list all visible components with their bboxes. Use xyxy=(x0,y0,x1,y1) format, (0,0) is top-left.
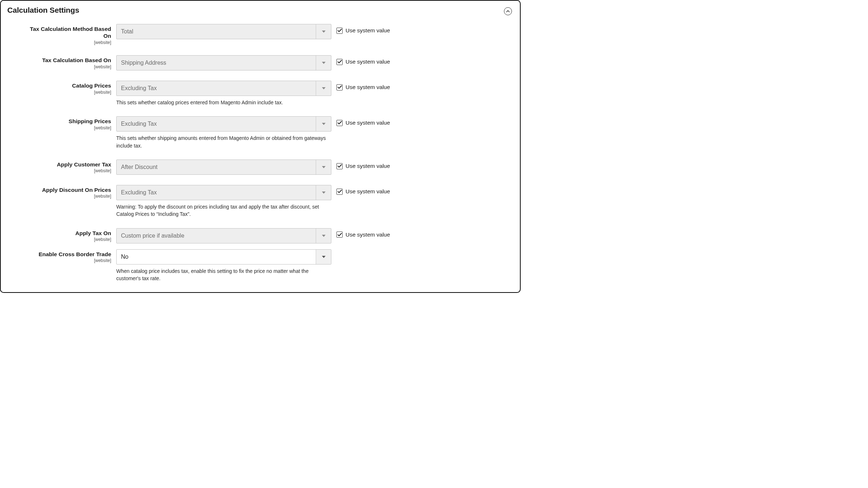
select-value: Excluding Tax xyxy=(117,185,316,200)
select-value: Custom price if available xyxy=(117,229,316,243)
row-tax-calc-based-on: Tax Calculation Based On website Shippin… xyxy=(22,55,513,70)
sysval-shipping-prices: Use system value xyxy=(336,116,390,126)
sysval-catalog-prices: Use system value xyxy=(336,81,390,90)
check-icon xyxy=(338,85,342,89)
caret-down-icon xyxy=(316,81,331,96)
select-tax-calc-based-on[interactable]: Shipping Address xyxy=(116,55,331,70)
select-tax-calc-method[interactable]: Total xyxy=(116,24,331,39)
label-apply-discount-on-prices: Apply Discount On Prices website xyxy=(22,185,111,199)
select-value: After Discount xyxy=(117,160,316,174)
row-apply-tax-on: Apply Tax On website Custom price if ava… xyxy=(22,228,513,243)
select-shipping-prices[interactable]: Excluding Tax xyxy=(116,116,331,132)
caret-down-icon xyxy=(316,160,331,174)
caret-down-icon xyxy=(316,24,331,39)
sysval-apply-customer-tax: Use system value xyxy=(336,160,390,169)
row-enable-cross-border-trade: Enable Cross Border Trade website No Whe… xyxy=(22,249,513,282)
use-system-value-checkbox[interactable] xyxy=(336,120,343,126)
label-scope: website xyxy=(22,125,111,130)
caret-down-icon xyxy=(316,250,331,264)
field-tax-calc-method: Total xyxy=(116,24,331,39)
caret-down-icon xyxy=(316,56,331,70)
select-apply-tax-on[interactable]: Custom price if available xyxy=(116,228,331,243)
use-system-value-label: Use system value xyxy=(346,120,390,126)
check-icon xyxy=(338,60,342,64)
select-enable-cross-border-trade[interactable]: No xyxy=(116,249,331,265)
field-catalog-prices: Excluding Tax This sets whether catalog … xyxy=(116,81,331,106)
label-tax-calc-based-on: Tax Calculation Based On website xyxy=(22,55,111,69)
select-apply-customer-tax[interactable]: After Discount xyxy=(116,160,331,175)
label-text: Enable Cross Border Trade xyxy=(22,251,111,258)
use-system-value-checkbox[interactable] xyxy=(336,189,343,195)
select-catalog-prices[interactable]: Excluding Tax xyxy=(116,81,331,96)
label-text: Tax Calculation Based On xyxy=(22,57,111,64)
caret-down-icon xyxy=(316,117,331,131)
label-scope: website xyxy=(22,258,111,263)
use-system-value-checkbox[interactable] xyxy=(336,163,343,169)
sysval-tax-calc-based-on: Use system value xyxy=(336,55,390,65)
field-shipping-prices: Excluding Tax This sets whether shipping… xyxy=(116,116,331,149)
form-rows: Tax Calculation Method Based On website … xyxy=(7,24,513,282)
use-system-value-label: Use system value xyxy=(346,59,390,65)
label-scope: website xyxy=(22,90,111,95)
label-catalog-prices: Catalog Prices website xyxy=(22,81,111,95)
use-system-value-label: Use system value xyxy=(346,188,390,195)
row-apply-customer-tax: Apply Customer Tax website After Discoun… xyxy=(22,160,513,175)
label-text: Apply Customer Tax xyxy=(22,161,111,168)
check-icon xyxy=(338,29,342,32)
use-system-value-label: Use system value xyxy=(346,27,390,34)
row-apply-discount-on-prices: Apply Discount On Prices website Excludi… xyxy=(22,185,513,218)
label-enable-cross-border-trade: Enable Cross Border Trade website xyxy=(22,249,111,263)
help-shipping-prices: This sets whether shipping amounts enter… xyxy=(116,134,331,149)
field-tax-calc-based-on: Shipping Address xyxy=(116,55,331,70)
check-icon xyxy=(338,121,342,125)
field-apply-customer-tax: After Discount xyxy=(116,160,331,175)
sysval-tax-calc-method: Use system value xyxy=(336,24,390,34)
label-shipping-prices: Shipping Prices website xyxy=(22,116,111,130)
calculation-settings-panel: Calculation Settings Tax Calculation Met… xyxy=(0,0,521,293)
select-value: No xyxy=(117,250,316,264)
check-icon xyxy=(338,233,342,237)
sysval-apply-discount-on-prices: Use system value xyxy=(336,185,390,195)
label-scope: website xyxy=(22,64,111,69)
label-scope: website xyxy=(22,194,111,199)
select-value: Shipping Address xyxy=(117,56,316,70)
sysval-apply-tax-on: Use system value xyxy=(336,228,390,238)
help-apply-discount-on-prices: Warning: To apply the discount on prices… xyxy=(116,203,331,218)
caret-down-icon xyxy=(316,229,331,243)
row-catalog-prices: Catalog Prices website Excluding Tax Thi… xyxy=(22,81,513,106)
label-apply-tax-on: Apply Tax On website xyxy=(22,228,111,242)
label-text: Tax Calculation Method Based On xyxy=(22,25,111,40)
use-system-value-checkbox[interactable] xyxy=(336,84,343,90)
label-text: Catalog Prices xyxy=(22,82,111,89)
label-scope: website xyxy=(22,237,111,242)
select-apply-discount-on-prices[interactable]: Excluding Tax xyxy=(116,185,331,200)
check-icon xyxy=(338,164,342,168)
use-system-value-checkbox[interactable] xyxy=(336,59,343,65)
panel-title: Calculation Settings xyxy=(7,6,79,15)
use-system-value-label: Use system value xyxy=(346,163,390,169)
chevron-up-icon xyxy=(506,10,510,13)
select-value: Total xyxy=(117,24,316,39)
label-text: Apply Tax On xyxy=(22,230,111,237)
row-tax-calc-method: Tax Calculation Method Based On website … xyxy=(22,24,513,45)
field-apply-tax-on: Custom price if available xyxy=(116,228,331,243)
use-system-value-checkbox[interactable] xyxy=(336,28,343,34)
check-icon xyxy=(338,190,342,193)
label-text: Apply Discount On Prices xyxy=(22,186,111,193)
label-apply-customer-tax: Apply Customer Tax website xyxy=(22,160,111,174)
field-apply-discount-on-prices: Excluding Tax Warning: To apply the disc… xyxy=(116,185,331,218)
label-tax-calc-method: Tax Calculation Method Based On website xyxy=(22,24,111,45)
use-system-value-label: Use system value xyxy=(346,231,390,238)
field-enable-cross-border-trade: No When catalog price includes tax, enab… xyxy=(116,249,331,282)
label-text: Shipping Prices xyxy=(22,118,111,125)
select-value: Excluding Tax xyxy=(117,117,316,131)
label-scope: website xyxy=(22,40,111,45)
use-system-value-label: Use system value xyxy=(346,84,390,90)
panel-header: Calculation Settings xyxy=(7,4,513,24)
use-system-value-checkbox[interactable] xyxy=(336,231,343,238)
row-shipping-prices: Shipping Prices website Excluding Tax Th… xyxy=(22,116,513,149)
caret-down-icon xyxy=(316,185,331,200)
label-scope: website xyxy=(22,168,111,173)
help-catalog-prices: This sets whether catalog prices entered… xyxy=(116,99,331,106)
collapse-toggle[interactable] xyxy=(504,7,512,15)
